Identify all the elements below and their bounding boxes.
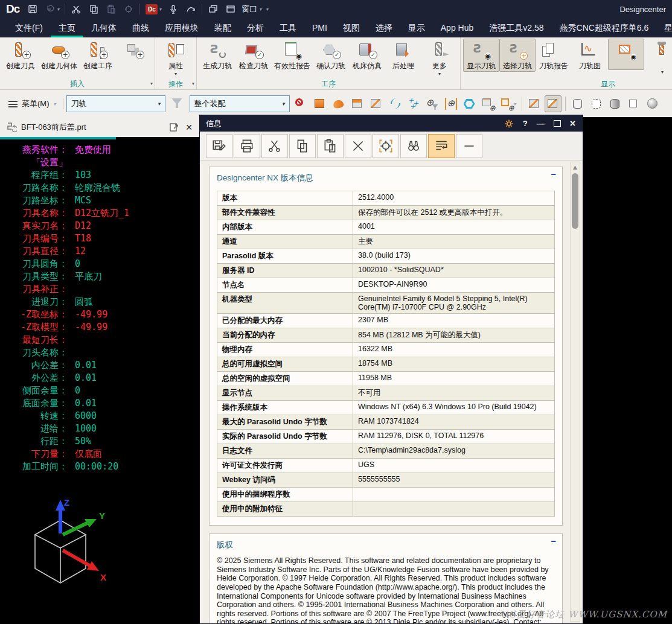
dialog-content[interactable]: Designcenter NX 版本信息 − 版本 2512.4000 部件文件… bbox=[200, 161, 582, 623]
ribbon-tab[interactable]: 星空 bbox=[656, 18, 672, 37]
new-window-button[interactable] bbox=[224, 2, 237, 16]
ribbon-button[interactable]: 显示刀轨 bbox=[463, 39, 499, 72]
ribbon-tab[interactable]: 显示 bbox=[400, 18, 433, 37]
gear-icon[interactable] bbox=[504, 119, 514, 129]
ribbon-button[interactable]: 检查刀轨 bbox=[235, 39, 272, 72]
qat-overflow-button[interactable]: ▾ bbox=[266, 7, 268, 12]
ribbon-tab[interactable]: App Hub bbox=[433, 18, 481, 37]
selection-scope-filter[interactable]: 整个装配 ▾ bbox=[190, 95, 290, 112]
selection-filter-button[interactable] bbox=[312, 95, 328, 112]
copy-button[interactable] bbox=[87, 2, 100, 16]
ribbon-tab[interactable]: 主页 bbox=[51, 18, 83, 37]
ribbon-button[interactable] bbox=[116, 39, 152, 70]
window-menu-button[interactable]: 窗口 ▾ bbox=[242, 4, 261, 14]
paste-button[interactable] bbox=[317, 134, 344, 158]
ribbon-tab[interactable]: 几何体 bbox=[83, 18, 124, 37]
ribbon-button[interactable]: 选择刀轨 bbox=[499, 39, 536, 72]
ribbon-tab[interactable]: PMI bbox=[304, 18, 335, 37]
selection-filter-button[interactable] bbox=[520, 95, 524, 113]
selection-filter-button[interactable] bbox=[588, 95, 605, 112]
group-dialog-launcher[interactable]: ▾ bbox=[150, 81, 153, 86]
find-button[interactable] bbox=[400, 134, 427, 158]
minimize-icon[interactable]: — bbox=[537, 119, 545, 127]
selection-filter-button[interactable] bbox=[424, 95, 441, 112]
ribbon-button[interactable]: 有效性报告 bbox=[272, 39, 313, 72]
ribbon-tab[interactable]: 应用模块 bbox=[157, 18, 206, 37]
selection-filter-button[interactable]: ▾ bbox=[499, 95, 518, 112]
print-button[interactable] bbox=[234, 134, 260, 158]
scroll-up-arrow[interactable]: ▲ bbox=[571, 162, 580, 170]
ribbon-tab[interactable]: 装配 bbox=[206, 18, 239, 37]
dialog-titlebar[interactable]: 信息 ? — × bbox=[200, 115, 583, 132]
selection-filter-button[interactable] bbox=[626, 95, 642, 112]
selection-filter-button[interactable] bbox=[526, 95, 543, 112]
selection-filter-button[interactable] bbox=[349, 95, 366, 112]
selection-filter-button[interactable] bbox=[644, 95, 661, 112]
ribbon-tab[interactable]: 视图 bbox=[335, 18, 368, 37]
selection-filter-button[interactable] bbox=[293, 95, 310, 112]
menu-button[interactable]: 菜单(M) ▾ bbox=[5, 96, 60, 112]
collapse-all-button[interactable] bbox=[456, 134, 482, 158]
ribbon-button[interactable]: 更多 ▾ bbox=[421, 39, 458, 77]
selection-filter-button[interactable] bbox=[405, 95, 422, 112]
group-dialog-launcher[interactable]: ▾ bbox=[192, 81, 194, 86]
locate-in-window-button[interactable] bbox=[373, 134, 399, 158]
ribbon-button[interactable]: 创建几何体 bbox=[39, 39, 80, 72]
ribbon-button[interactable]: ▾ bbox=[644, 39, 672, 75]
ribbon-tab[interactable]: 燕秀CNC超级程序单6.6 bbox=[552, 18, 657, 37]
copy-button[interactable] bbox=[289, 134, 316, 158]
gesture-button[interactable] bbox=[184, 2, 197, 16]
help-icon[interactable]: ? bbox=[523, 119, 528, 127]
ribbon-tab[interactable]: 选择 bbox=[368, 18, 400, 37]
ribbon-button[interactable]: 后处理 bbox=[385, 39, 421, 72]
save-as-button[interactable] bbox=[206, 134, 232, 158]
collapse-section-button[interactable]: − bbox=[551, 536, 556, 546]
detach-window-icon[interactable] bbox=[168, 122, 179, 133]
ribbon-button[interactable]: 刀轨报告 bbox=[536, 39, 572, 72]
ribbon-tab[interactable]: 分析 bbox=[239, 18, 272, 37]
scrollbar-thumb[interactable] bbox=[572, 173, 578, 229]
snap-point-button[interactable] bbox=[122, 2, 135, 16]
ribbon-tab[interactable]: 曲线 bbox=[124, 18, 157, 37]
ribbon-tab[interactable]: 工具 bbox=[272, 18, 304, 37]
selection-filter-button[interactable] bbox=[443, 95, 459, 112]
dc-menu-button[interactable]: Dc ▾ bbox=[144, 3, 162, 16]
dialog-scrollbar[interactable]: ▲ bbox=[570, 162, 580, 622]
ribbon-tab[interactable]: 文件(F) bbox=[7, 18, 51, 37]
ribbon-button[interactable]: 创建工序 bbox=[80, 39, 116, 72]
selection-filter-button[interactable] bbox=[563, 95, 568, 113]
ribbon-button[interactable]: 刀轨图 bbox=[572, 39, 608, 72]
ribbon-button[interactable]: 确认刀轨 bbox=[313, 39, 349, 72]
maximize-icon[interactable] bbox=[554, 120, 561, 127]
selection-filter-button[interactable] bbox=[386, 95, 403, 112]
ribbon-button[interactable]: 创建刀具 bbox=[2, 39, 39, 72]
ribbon-button[interactable]: 属性 ▾ bbox=[158, 39, 194, 77]
close-icon[interactable]: ✕ bbox=[184, 123, 194, 132]
filter-icon[interactable] bbox=[171, 97, 184, 110]
cut-button[interactable] bbox=[69, 2, 83, 16]
ribbon-button[interactable]: 机床仿真 bbox=[349, 39, 385, 72]
cut-button[interactable] bbox=[261, 134, 288, 158]
selection-filter-button[interactable] bbox=[480, 95, 497, 112]
selection-filter-button[interactable] bbox=[545, 95, 562, 112]
part-window-tab[interactable]: BFT-063前后盖.prt ✕ bbox=[0, 117, 199, 137]
selection-type-filter[interactable]: 刀轨 ▾ bbox=[66, 95, 165, 112]
cascade-windows-button[interactable] bbox=[206, 2, 220, 16]
paste-button[interactable] bbox=[104, 2, 118, 16]
selection-filter-button[interactable] bbox=[461, 95, 478, 112]
ribbon-tab[interactable]: 浩强工具v2.58 bbox=[481, 18, 551, 37]
ribbon-button[interactable] bbox=[608, 39, 644, 70]
collapse-section-button[interactable]: − bbox=[551, 169, 556, 179]
save-button[interactable] bbox=[26, 2, 39, 16]
selection-filter-button[interactable] bbox=[368, 95, 385, 112]
close-icon[interactable]: × bbox=[570, 119, 575, 127]
ribbon-button[interactable]: 生成刀轨 bbox=[199, 39, 235, 72]
selection-filter-button[interactable] bbox=[569, 95, 586, 112]
word-wrap-button[interactable] bbox=[428, 134, 455, 158]
selection-filter-button[interactable] bbox=[607, 95, 624, 112]
orientation-triad[interactable]: Z Y X bbox=[23, 497, 114, 600]
selection-filter-button[interactable] bbox=[330, 95, 347, 112]
voice-command-button[interactable] bbox=[167, 2, 180, 16]
undo-button[interactable]: ▾ bbox=[43, 2, 60, 16]
delete-button[interactable] bbox=[345, 134, 371, 158]
